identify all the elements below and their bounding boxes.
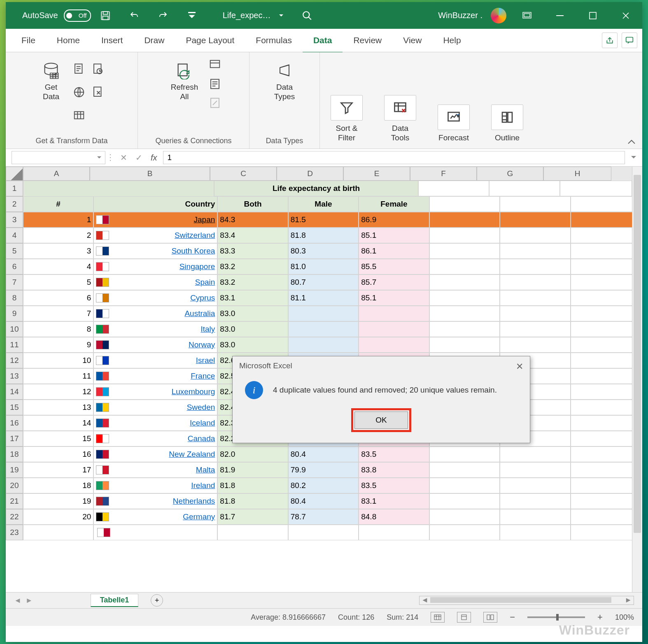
maximize-button[interactable] (580, 7, 605, 24)
data-types-button[interactable]: Data Types (269, 59, 300, 104)
row-header[interactable]: 15 (6, 400, 23, 415)
row-header[interactable]: 20 (6, 478, 23, 493)
country-cell[interactable]: Switzerland (93, 228, 217, 243)
cell[interactable] (288, 321, 359, 337)
share-icon[interactable] (602, 33, 618, 48)
tab-formulas[interactable]: Formulas (245, 29, 303, 52)
col-header[interactable]: A (23, 167, 90, 181)
cell[interactable] (571, 462, 642, 478)
cell[interactable]: 8 (23, 321, 93, 337)
cell[interactable]: 81.8 (288, 228, 359, 243)
cell[interactable] (429, 196, 500, 212)
cell[interactable]: 14 (23, 415, 93, 431)
country-cell[interactable]: Spain (93, 274, 217, 290)
cell[interactable]: 1 (23, 212, 93, 228)
tab-review[interactable]: Review (343, 29, 392, 52)
dialog-close-icon[interactable]: ✕ (516, 361, 523, 372)
cell[interactable]: 80.3 (288, 243, 359, 259)
cell[interactable]: 17 (23, 462, 93, 478)
row-header[interactable]: 19 (6, 462, 23, 478)
row-header[interactable]: 10 (6, 321, 23, 337)
cell[interactable] (418, 181, 489, 196)
save-icon[interactable] (98, 9, 112, 23)
row-header[interactable]: 7 (6, 274, 23, 290)
view-normal-icon[interactable] (431, 612, 445, 623)
row-header[interactable]: 23 (6, 525, 23, 540)
tab-help[interactable]: Help (432, 29, 471, 52)
col-header[interactable]: G (477, 167, 543, 181)
cell[interactable] (571, 212, 642, 228)
country-cell[interactable]: Germany (93, 509, 217, 525)
cell[interactable] (500, 509, 570, 525)
cell[interactable]: 83.4 (217, 228, 288, 243)
country-cell[interactable]: South Korea (93, 243, 217, 259)
row-header[interactable]: 5 (6, 243, 23, 259)
cell[interactable] (359, 337, 429, 353)
cell[interactable] (500, 306, 570, 321)
cell[interactable] (359, 525, 429, 540)
cell[interactable] (429, 493, 500, 509)
from-web-icon[interactable] (73, 86, 85, 98)
cell[interactable]: 86.9 (359, 212, 429, 228)
cell[interactable]: 84.3 (217, 212, 288, 228)
ok-button[interactable]: OK (354, 412, 408, 429)
cell[interactable]: 80.2 (288, 478, 359, 493)
row-header[interactable]: 8 (6, 290, 23, 306)
queries-icon[interactable] (209, 59, 221, 71)
cell[interactable]: 79.9 (288, 462, 359, 478)
cell[interactable] (571, 337, 642, 353)
cell[interactable]: 15 (23, 431, 93, 446)
col-header[interactable]: E (343, 167, 410, 181)
header-group[interactable]: Life expectancy at birth (214, 181, 418, 196)
cell[interactable]: 82.0 (217, 446, 288, 462)
country-cell[interactable]: Cyprus (93, 290, 217, 306)
row-header[interactable]: 22 (6, 509, 23, 525)
cell[interactable]: 5 (23, 274, 93, 290)
sheet-nav-last-icon[interactable]: ► (26, 596, 33, 605)
cell[interactable] (560, 181, 632, 196)
cell[interactable]: 85.1 (359, 228, 429, 243)
row-header[interactable]: 6 (6, 259, 23, 274)
header-num[interactable]: # (23, 196, 93, 212)
undo-icon[interactable] (127, 9, 141, 23)
cell[interactable]: 4 (23, 259, 93, 274)
cell[interactable] (571, 353, 642, 368)
row-header[interactable]: 11 (6, 337, 23, 353)
search-icon[interactable] (300, 9, 314, 23)
refresh-all-button[interactable]: Refresh All (166, 59, 203, 104)
row-header[interactable]: 4 (6, 228, 23, 243)
cell[interactable] (571, 259, 642, 274)
data-tools-button[interactable]: Data Tools (379, 93, 421, 145)
row-header[interactable]: 16 (6, 415, 23, 431)
cell[interactable]: 80.7 (288, 274, 359, 290)
cell[interactable] (571, 400, 642, 415)
row-header[interactable]: 17 (6, 431, 23, 446)
ribbon-mode-icon[interactable] (515, 7, 539, 24)
cell[interactable] (429, 243, 500, 259)
cell[interactable] (500, 446, 570, 462)
cell[interactable] (500, 478, 570, 493)
tab-file[interactable]: File (11, 29, 46, 52)
col-header[interactable]: B (90, 167, 210, 181)
col-header[interactable]: D (277, 167, 343, 181)
cell[interactable] (500, 259, 570, 274)
cell[interactable] (359, 321, 429, 337)
cell[interactable] (429, 306, 500, 321)
cell[interactable]: 83.2 (217, 274, 288, 290)
horizontal-scrollbar[interactable]: ◄ ► (419, 596, 634, 605)
cell[interactable] (93, 525, 217, 540)
country-cell[interactable]: Netherlands (93, 493, 217, 509)
cell[interactable] (429, 290, 500, 306)
cell[interactable]: 84.8 (359, 509, 429, 525)
cell[interactable] (429, 478, 500, 493)
cell[interactable] (571, 321, 642, 337)
cell[interactable]: 81.9 (217, 462, 288, 478)
cell[interactable]: 78.7 (288, 509, 359, 525)
cell[interactable]: 85.5 (359, 259, 429, 274)
country-cell[interactable]: Sweden (93, 400, 217, 415)
cell[interactable]: 83.2 (217, 259, 288, 274)
cell[interactable]: 80.4 (288, 493, 359, 509)
cell[interactable]: 83.0 (217, 337, 288, 353)
tab-home[interactable]: Home (46, 29, 91, 52)
edit-links-icon[interactable] (209, 97, 221, 109)
